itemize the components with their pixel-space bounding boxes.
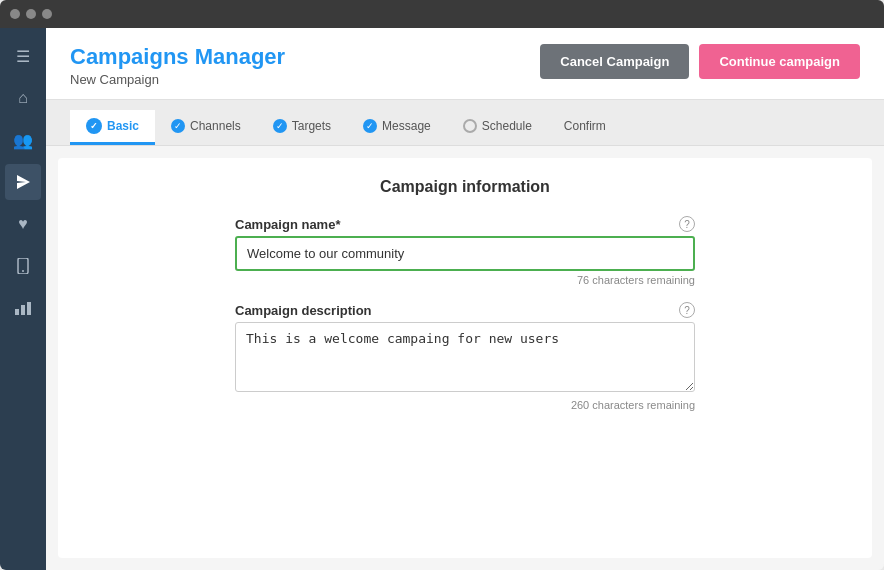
page-subtitle: New Campaign [70,72,285,87]
window-dot-1 [10,9,20,19]
campaign-name-help-icon[interactable]: ? [679,216,695,232]
tabs-bar: ✓ Basic ✓ Channels ✓ Targets ✓ Message [46,100,884,146]
content-area: Campaign information Campaign name* ? 76… [58,158,872,558]
campaign-description-help-icon[interactable]: ? [679,302,695,318]
header-top: Campaigns Manager New Campaign Cancel Ca… [70,44,860,87]
title-bar [0,0,884,28]
svg-rect-3 [21,305,25,315]
campaign-description-textarea[interactable]: This is a welcome campaing for new users [235,322,695,392]
campaign-description-group: Campaign description ? This is a welcome… [235,302,695,411]
page-title-group: Campaigns Manager New Campaign [70,44,285,87]
mobile-icon[interactable] [5,248,41,284]
home-icon[interactable]: ⌂ [5,80,41,116]
campaign-name-input[interactable] [235,236,695,271]
tab-targets-check: ✓ [273,119,287,133]
tab-schedule[interactable]: Schedule [447,111,548,144]
sidebar: ☰ ⌂ 👥 ♥ [0,28,46,570]
window-dot-2 [26,9,36,19]
header-actions: Cancel Campaign Continue campaign [540,44,860,79]
tab-schedule-check [463,119,477,133]
form-inner: Campaign information Campaign name* ? 76… [235,178,695,411]
tab-message-check: ✓ [363,119,377,133]
campaign-description-label-row: Campaign description ? [235,302,695,318]
tab-message[interactable]: ✓ Message [347,111,447,144]
campaign-name-label-row: Campaign name* ? [235,216,695,232]
campaign-name-group: Campaign name* ? 76 characters remaining [235,216,695,286]
campaign-description-label: Campaign description [235,303,372,318]
svg-rect-2 [15,309,19,315]
send-icon[interactable] [5,164,41,200]
section-title: Campaign information [235,178,695,196]
main-area: Campaigns Manager New Campaign Cancel Ca… [46,28,884,570]
users-icon[interactable]: 👥 [5,122,41,158]
app-layout: ☰ ⌂ 👥 ♥ Campaigns Manager New Campaign [0,28,884,570]
cancel-campaign-button[interactable]: Cancel Campaign [540,44,689,79]
tab-basic-check: ✓ [86,118,102,134]
window-dot-3 [42,9,52,19]
heart-icon[interactable]: ♥ [5,206,41,242]
campaign-description-chars: 260 characters remaining [235,399,695,411]
app-window: ☰ ⌂ 👥 ♥ Campaigns Manager New Campaign [0,0,884,570]
tab-confirm[interactable]: Confirm [548,111,622,144]
page-title: Campaigns Manager [70,44,285,70]
tab-basic[interactable]: ✓ Basic [70,110,155,145]
chart-icon[interactable] [5,290,41,326]
svg-rect-4 [27,302,31,315]
continue-campaign-button[interactable]: Continue campaign [699,44,860,79]
campaign-name-chars: 76 characters remaining [235,274,695,286]
page-header: Campaigns Manager New Campaign Cancel Ca… [46,28,884,100]
tab-channels[interactable]: ✓ Channels [155,111,257,144]
campaign-name-label: Campaign name* [235,217,340,232]
tab-channels-check: ✓ [171,119,185,133]
tab-targets[interactable]: ✓ Targets [257,111,347,144]
svg-point-1 [22,270,24,272]
menu-icon[interactable]: ☰ [5,38,41,74]
